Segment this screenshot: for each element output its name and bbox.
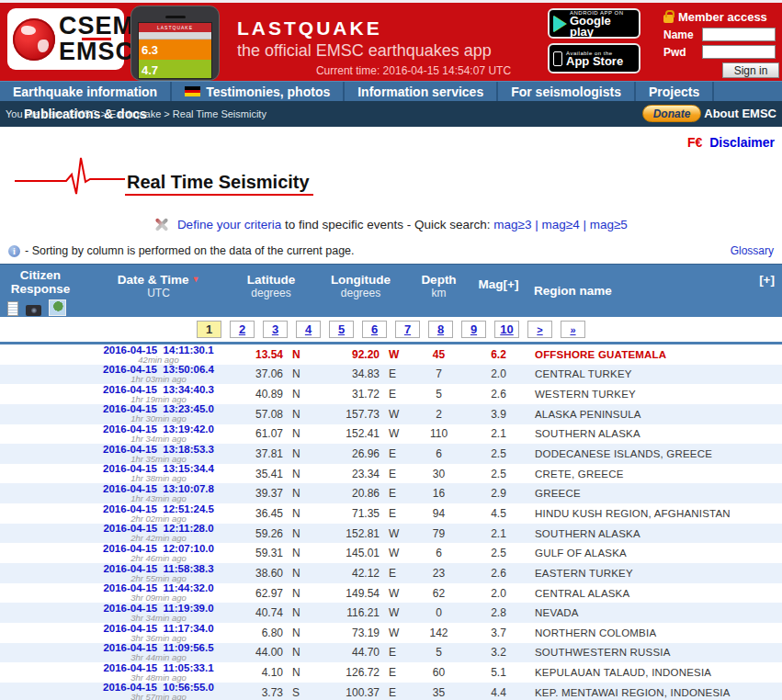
page-number[interactable]: 4: [305, 322, 312, 336]
page-number[interactable]: »: [570, 324, 575, 335]
event-datetime-cell[interactable]: 2016-04-15 11:05:33.1 3hr 48min ago: [87, 662, 230, 683]
page-link[interactable]: 6: [362, 321, 387, 338]
nav-item[interactable]: For seismologists: [498, 82, 636, 101]
quick-search-mag-link[interactable]: mag≥3: [493, 218, 531, 231]
nav-item[interactable]: Earthquake information: [0, 82, 172, 101]
table-row: 2016-04-15 10:56:55.0 3hr 57min ago 3.73…: [0, 683, 782, 700]
page-link[interactable]: 9: [461, 321, 486, 338]
page-number[interactable]: >: [537, 324, 542, 335]
page-number[interactable]: 7: [404, 322, 411, 336]
event-datetime-cell[interactable]: 2016-04-15 11:17:34.0 3hr 36min ago: [87, 623, 230, 643]
page-number[interactable]: 3: [272, 322, 278, 336]
event-datetime-cell[interactable]: 2016-04-15 12:51:24.5 2hr 02min ago: [87, 503, 230, 524]
column-datetime[interactable]: Date & Time▼ UTC: [87, 265, 230, 317]
longitude-value: 157.73: [312, 408, 380, 421]
document-icon[interactable]: [7, 301, 18, 316]
event-age: 3hr 09min ago: [130, 593, 187, 603]
page-link[interactable]: 4: [296, 321, 321, 338]
latitude-hemisphere: N: [292, 606, 312, 619]
map-icon[interactable]: [49, 299, 66, 316]
column-latitude[interactable]: Latitude degrees: [230, 265, 312, 317]
google-play-line2: Google play: [570, 16, 635, 38]
depth-cell: 5: [409, 384, 469, 404]
event-datetime-cell[interactable]: 2016-04-15 13:10:07.8 1hr 43min ago: [87, 483, 230, 503]
depth-unit-label: km: [432, 287, 447, 300]
quick-search-mag-link[interactable]: mag≥5: [590, 218, 628, 231]
quick-search-mag-link[interactable]: mag≥4: [542, 218, 580, 231]
event-datetime-link[interactable]: 2016-04-15 11:58:38.3: [103, 564, 213, 574]
column-magnitude[interactable]: Mag[+]: [469, 265, 528, 317]
column-expand[interactable]: [+]: [741, 265, 782, 317]
event-datetime-cell[interactable]: 2016-04-15 13:50:06.4 1hr 03min ago: [87, 365, 230, 385]
pwd-label: Pwd: [663, 46, 702, 59]
define-criteria-link[interactable]: Define your criteria: [177, 218, 281, 231]
nav-item[interactable]: Testimonies, photos: [172, 82, 345, 101]
longitude-cell: 92.20 W: [312, 344, 409, 365]
event-datetime-cell[interactable]: 2016-04-15 11:44:32.0 3hr 09min ago: [87, 583, 230, 604]
magnitude-cell: 2.9: [469, 483, 528, 503]
page-number[interactable]: 6: [371, 322, 378, 336]
language-toggle[interactable]: F€: [687, 135, 702, 150]
event-datetime-cell[interactable]: 2016-04-15 11:19:39.0 3hr 34min ago: [87, 603, 230, 623]
longitude-value: 31.72: [312, 388, 380, 401]
event-datetime-cell[interactable]: 2016-04-15 13:15:34.4 1hr 38min ago: [87, 464, 230, 484]
page-link[interactable]: 2: [230, 321, 255, 338]
table-header: Citizen Response Date & Time▼ UTC Latitu…: [0, 264, 782, 317]
citizen-response-cell: [0, 424, 87, 445]
emsc-logo[interactable]: CSEM EMSC: [7, 8, 124, 70]
page-number[interactable]: 9: [470, 322, 477, 336]
event-datetime-cell[interactable]: 2016-04-15 12:11:28.0 2hr 42min ago: [87, 524, 230, 544]
event-datetime-cell[interactable]: 2016-04-15 13:34:40.3 1hr 19min ago: [87, 384, 230, 404]
camera-icon[interactable]: [26, 305, 41, 316]
column-longitude[interactable]: Longitude degrees: [312, 265, 409, 317]
latitude-hemisphere: N: [292, 367, 312, 380]
region-cell: SOUTHERN ALASKA: [528, 424, 741, 445]
name-input[interactable]: [702, 28, 776, 41]
google-play-badge[interactable]: ANDROID APP ON Google play: [548, 8, 640, 39]
column-depth[interactable]: Depth km: [409, 265, 469, 317]
page-current[interactable]: 1: [197, 321, 221, 338]
magnitude-cell: 3.9: [469, 404, 528, 424]
page-link[interactable]: 8: [428, 321, 453, 338]
magnitude-cell: 2.1: [469, 524, 528, 544]
site-header: CSEM EMSC LASTQUAKE 6.3 4.7 LASTQUAKE th…: [0, 3, 782, 81]
page-number[interactable]: 2: [239, 322, 245, 336]
nav-item[interactable]: Projects: [636, 82, 714, 101]
event-datetime-cell[interactable]: 2016-04-15 11:09:56.5 3hr 44min ago: [87, 643, 230, 663]
event-datetime-link[interactable]: 2016-04-15 14:11:30.1: [103, 345, 213, 356]
last-page-button[interactable]: »: [561, 321, 585, 338]
nav-item[interactable]: Information services: [345, 82, 498, 101]
latitude-value: 40.89: [230, 388, 283, 401]
page-number[interactable]: 10: [500, 322, 513, 336]
event-datetime-cell[interactable]: 2016-04-15 10:56:55.0 3hr 57min ago: [87, 683, 230, 700]
page-link[interactable]: 10: [494, 321, 519, 338]
glossary-link[interactable]: Glossary: [731, 244, 774, 257]
page-link[interactable]: 7: [395, 321, 420, 338]
event-datetime-cell[interactable]: 2016-04-15 12:07:10.0 2hr 46min ago: [87, 543, 230, 563]
globe-icon: [13, 18, 55, 61]
next-page-button[interactable]: >: [527, 321, 552, 338]
page-link[interactable]: 3: [263, 321, 288, 338]
event-datetime-cell[interactable]: 2016-04-15 14:11:30.1 42min ago: [87, 344, 230, 365]
pwd-input[interactable]: [702, 45, 776, 59]
latitude-cell: 57.08 N: [230, 404, 312, 424]
latitude-hemisphere: N: [292, 348, 312, 361]
about-emsc-link[interactable]: About EMSC: [704, 107, 776, 120]
nav-item-publications[interactable]: Publications & docs: [24, 107, 147, 121]
page-number[interactable]: 5: [338, 322, 345, 336]
page-number[interactable]: 8: [437, 322, 444, 336]
column-region[interactable]: Region name: [528, 265, 741, 317]
depth-cell: 7: [409, 365, 469, 385]
donate-button[interactable]: Donate: [642, 105, 701, 122]
event-datetime-link[interactable]: 2016-04-15 11:17:34.0: [103, 624, 213, 634]
main-nav: Earthquake informationTestimonies, photo…: [0, 81, 782, 101]
event-datetime-cell[interactable]: 2016-04-15 13:18:53.3 1hr 35min ago: [87, 444, 230, 464]
sign-in-button[interactable]: Sign in: [722, 62, 779, 78]
page-link[interactable]: 5: [329, 321, 354, 338]
event-datetime-cell[interactable]: 2016-04-15 11:58:38.3 2hr 55min ago: [87, 563, 230, 583]
app-store-badge[interactable]: Available on the App Store: [548, 43, 640, 73]
citizen-response-cell: [0, 662, 87, 683]
event-datetime-cell[interactable]: 2016-04-15 13:23:45.0 1hr 30min ago: [87, 404, 230, 424]
event-datetime-cell[interactable]: 2016-04-15 13:19:42.0 1hr 34min ago: [87, 424, 230, 445]
disclaimer-link[interactable]: Disclaimer: [709, 135, 775, 150]
